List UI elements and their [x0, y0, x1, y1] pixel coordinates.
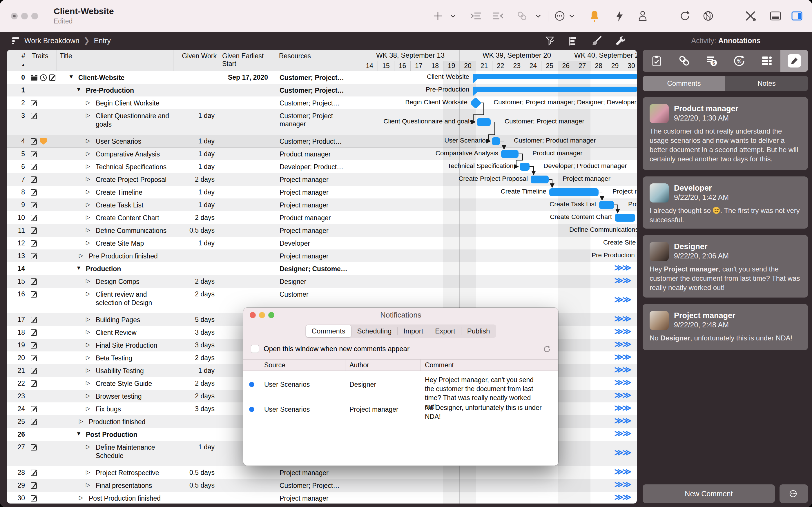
continuation-chevron-icon[interactable]: ≫≫ [614, 415, 630, 426]
tab-comments[interactable]: Comments [643, 76, 725, 91]
disclosure-closed-icon[interactable]: ▷ [86, 443, 90, 450]
task-title-cell[interactable]: ▼Post Production [57, 428, 173, 441]
panel-right-icon[interactable] [791, 10, 803, 22]
zoom-window-button[interactable] [31, 13, 38, 19]
continuation-chevron-icon[interactable]: ≫≫ [614, 294, 630, 304]
column-header-number[interactable]: #▲ [7, 50, 29, 71]
summary-bar[interactable] [473, 87, 637, 92]
network-globe-icon[interactable] [702, 10, 715, 22]
continuation-chevron-icon[interactable]: ≫≫ [614, 479, 630, 489]
task-title-cell[interactable]: ▷Create Content Chart [57, 211, 173, 224]
task-title-cell[interactable]: ▷Client Questionnaire and goals [57, 109, 173, 135]
disclosure-closed-icon[interactable]: ▷ [86, 112, 90, 118]
comment-card[interactable]: Product manager9/22/20, 1:30 AMThe custo… [643, 97, 808, 170]
continuation-chevron-icon[interactable]: ≫≫ [614, 275, 630, 285]
refresh-icon[interactable] [543, 345, 551, 353]
disclosure-open-icon[interactable]: ▼ [76, 265, 82, 271]
disclosure-closed-icon[interactable]: ▷ [86, 239, 90, 246]
disclosure-closed-icon[interactable]: ▷ [86, 354, 90, 361]
resources-person-icon[interactable] [636, 10, 649, 22]
disclosure-closed-icon[interactable]: ▷ [86, 329, 90, 335]
annotations-pencil-icon[interactable] [780, 50, 808, 72]
task-bar[interactable] [531, 176, 549, 183]
disclosure-open-icon[interactable]: ▼ [76, 86, 82, 93]
task-title-cell[interactable]: ▷Create Project Proposal [57, 173, 173, 186]
disclosure-closed-icon[interactable]: ▷ [86, 137, 90, 144]
chevron-down-icon[interactable] [568, 10, 576, 22]
attach-link-icon[interactable] [516, 10, 528, 22]
task-title-cell[interactable]: ▷Project Retrospective [57, 466, 173, 479]
new-comment-button[interactable]: New Comment [643, 485, 775, 503]
disclosure-closed-icon[interactable]: ▷ [86, 341, 90, 348]
task-title-cell[interactable]: ▷User Scenarios [57, 135, 173, 148]
continuation-chevron-icon[interactable]: ≫≫ [614, 492, 630, 502]
column-header-given-earliest-start[interactable]: Given Earliest Start [219, 50, 276, 71]
close-window-button[interactable] [11, 13, 18, 19]
disclosure-closed-icon[interactable]: ▷ [86, 380, 90, 386]
link-icon[interactable] [670, 50, 698, 72]
tab-notes[interactable]: Notes [725, 76, 808, 91]
progress-percent-icon[interactable]: % [725, 50, 753, 72]
task-title-cell[interactable]: ▷Pre Production finished [57, 249, 173, 262]
continuation-chevron-icon[interactable]: ≫≫ [614, 314, 630, 324]
column-header-given-work[interactable]: Given Work [173, 50, 219, 71]
task-bar[interactable] [615, 214, 635, 222]
disclosure-open-icon[interactable]: ▼ [68, 73, 74, 80]
task-title-cell[interactable]: ▼Pre-Production [57, 84, 173, 97]
outline-icon[interactable] [567, 35, 579, 47]
task-title-cell[interactable]: ▷Final Site Production [57, 339, 173, 351]
task-title-cell[interactable]: ▷Final presentations [57, 479, 173, 492]
disclosure-closed-icon[interactable]: ▷ [86, 316, 90, 323]
task-bar[interactable] [549, 188, 599, 196]
task-title-cell[interactable]: ▷Building Pages [57, 313, 173, 326]
chevron-down-icon[interactable] [449, 10, 457, 22]
continuation-chevron-icon[interactable]: ≫≫ [614, 390, 630, 400]
tasks-clipboard-icon[interactable] [643, 50, 670, 72]
adjust-wrench-icon[interactable] [615, 35, 626, 47]
disclosure-closed-icon[interactable]: ▷ [86, 367, 90, 374]
column-header-resources[interactable]: Resources [276, 50, 361, 71]
disclosure-closed-icon[interactable]: ▷ [86, 227, 90, 233]
comment-options-button[interactable] [779, 485, 808, 503]
comment-card[interactable]: Project manager9/22/20, 2:48 AMNo Design… [643, 304, 808, 350]
style-brush-icon[interactable] [591, 35, 603, 47]
disclosure-closed-icon[interactable]: ▷ [79, 418, 83, 425]
disclosure-closed-icon[interactable]: ▷ [86, 188, 90, 195]
task-bar[interactable] [501, 150, 518, 158]
comment-card[interactable]: Developer9/22/20, 1:42 AMI already thoug… [643, 176, 808, 229]
task-title-cell[interactable]: ▷Client review and selection of Design [57, 288, 173, 313]
quick-action-bolt-icon[interactable] [613, 10, 626, 22]
more-circle-icon[interactable] [553, 10, 566, 22]
task-title-cell[interactable]: ▷Begin Client Worksite [57, 97, 173, 109]
settings-tools-icon[interactable] [744, 10, 757, 22]
task-title-cell[interactable]: ▷Fix bugs [57, 402, 173, 415]
task-title-cell[interactable]: ▷Create Timeline [57, 186, 173, 199]
continuation-chevron-icon[interactable]: ≫≫ [614, 377, 630, 387]
task-title-cell[interactable]: ▼Production [57, 262, 173, 275]
disclosure-closed-icon[interactable]: ▷ [79, 494, 83, 501]
task-title-cell[interactable]: ▷Production finished [57, 415, 173, 428]
outdent-icon[interactable] [492, 10, 505, 22]
dialog-tab-scheduling[interactable]: Scheduling [352, 325, 398, 337]
chevron-down-icon[interactable] [534, 10, 542, 22]
column-header-title[interactable]: Title [57, 50, 173, 71]
task-title-cell[interactable]: ▷Design Comps [57, 275, 173, 288]
continuation-chevron-icon[interactable]: ≫≫ [614, 263, 630, 273]
continuation-chevron-icon[interactable]: ≫≫ [614, 326, 630, 336]
dialog-tab-publish[interactable]: Publish [461, 325, 496, 337]
disclosure-closed-icon[interactable]: ▷ [86, 176, 90, 182]
summary-bar[interactable] [473, 74, 637, 79]
task-title-cell[interactable]: ▷Define Communications [57, 224, 173, 237]
continuation-chevron-icon[interactable]: ≫≫ [614, 447, 630, 457]
task-title-cell[interactable]: ▷Client Review [57, 326, 173, 339]
filter-funnel-icon[interactable] [545, 35, 556, 47]
task-title-cell[interactable]: ▼Client-Website [57, 71, 173, 84]
task-title-cell[interactable]: ▷Beta Testing [57, 351, 173, 364]
costs-icon[interactable]: $ [698, 50, 725, 72]
dialog-column-source[interactable]: Source [260, 359, 345, 371]
add-icon[interactable] [432, 10, 444, 22]
comment-card[interactable]: Designer9/22/20, 2:06 AMHey Project mana… [643, 235, 808, 297]
column-header-traits[interactable]: Traits [29, 50, 57, 71]
rows-icon[interactable] [753, 50, 780, 72]
breadcrumb[interactable]: Work Breakdown ❯ Entry [11, 36, 111, 45]
